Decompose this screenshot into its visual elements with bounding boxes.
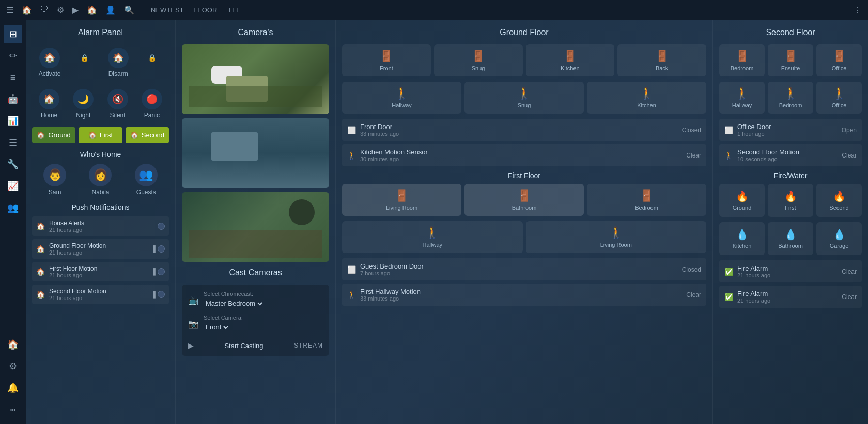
guest-door-time: 7 hours ago [360,270,678,276]
second-motion-office[interactable]: 🚶 Office [816,82,862,114]
avatar-guests[interactable]: 👥 Guests [135,164,158,196]
sidebar-item-users[interactable]: 👥 [4,198,22,217]
first-motion-hallway[interactable]: 🚶 Hallway [342,221,523,253]
cast-stream-button[interactable]: STREAM [294,342,323,349]
second-floor-motion-status-text: Second Floor Motion 10 seconds ago [737,148,838,162]
water-kitchen[interactable]: 💧 Kitchen [719,222,765,255]
kitchen-motion-status-text: Kitchen Motion Sensor 30 minutes ago [360,148,682,162]
cast-start-label[interactable]: Start Casting [224,342,263,350]
second-motion-hallway[interactable]: 🚶 Hallway [719,82,765,114]
topbar: ☰ 🏠 🛡 ⚙ ▶ 🏠 👤 🔍 NEWTEST FLOOR TTT ⋮ [0,0,868,20]
notif-house-toggle[interactable] [158,223,165,230]
camera-feed-1[interactable] [182,44,329,114]
nav-floor[interactable]: FLOOR [190,6,222,14]
camera-feed-2[interactable] [182,118,329,188]
avatars-row: 👨 Sam 👩 Nabila 👥 Guests [32,164,169,196]
notif-first-icon: 🏠 [36,268,45,276]
zone-ground-button[interactable]: 🏠 Ground [32,127,75,143]
sidebar-item-menu[interactable]: ☰ [4,133,22,152]
ground-motion-kitchen[interactable]: 🚶 Kitchen [587,82,706,114]
second-door-office[interactable]: 🚪 Office [816,44,862,76]
notif-ground-icon: 🏠 [36,245,45,253]
office-door-status-text: Office Door 1 hour ago [737,123,838,137]
ground-door-back[interactable]: 🚪 Back [617,44,706,76]
fire-second[interactable]: 🔥 Second [816,184,862,217]
notif-ground-toggle[interactable] [158,245,165,253]
fire-grid: 🔥 Ground 🔥 First 🔥 Second [719,184,862,217]
sidebar-item-tools[interactable]: 🔧 [4,155,22,174]
ground-door-snug[interactable]: 🚪 Snug [434,44,523,76]
notif-second-toggle[interactable] [158,291,165,298]
avatar-nabila-icon: 👩 [89,164,112,186]
mode-home-button[interactable]: 🏠 Home [34,86,65,122]
fire-ground[interactable]: 🔥 Ground [719,184,765,217]
activate-button[interactable]: 🏠 Activate [34,44,66,81]
fire-alarm-2-value: Clear [842,293,857,301]
first-door-bathroom[interactable]: 🚪 Bathroom [464,184,584,216]
search2-icon[interactable]: 🔍 [124,5,134,15]
second-motion-bedroom[interactable]: 🚶 Bedroom [768,82,813,114]
sidebar-item-bell[interactable]: 🔔 [4,379,22,397]
ground-motion-snug[interactable]: 🚶 Snug [464,82,584,114]
front-door-name: Front Door [360,123,678,131]
front-door-status-icon: ⬜ [347,126,356,134]
mode-silent-button[interactable]: 🔇 Silent [102,86,133,122]
mode-silent-icon: 🔇 [107,89,128,109]
camera-feed-3[interactable] [182,192,329,262]
avatar-nabila[interactable]: 👩 Nabila [89,164,112,196]
nav-ttt[interactable]: TTT [223,6,244,14]
mode-panic-label: Panic [144,112,160,119]
sidebar-item-robot[interactable]: 🤖 [4,90,22,108]
first-door-living-icon: 🚪 [395,189,409,202]
notif-first-toggle[interactable] [158,268,165,275]
mode-night-button[interactable]: 🌙 Night [68,86,99,122]
disarm-button[interactable]: 🏠 Disarm [103,44,134,81]
home-icon[interactable]: 🏠 [22,5,32,15]
notif-house-name: House Alerts [49,219,153,227]
zone-second-button[interactable]: 🏠 Second [126,127,169,143]
first-door-bedroom-label: Bedroom [635,205,658,211]
menu-icon[interactable]: ☰ [6,5,13,15]
zone-first-button[interactable]: 🏠 First [79,127,122,143]
sidebar-item-grid[interactable]: ⊞ [4,25,22,43]
cast-play-icon: ▶ [188,341,194,350]
avatar-sam[interactable]: 👨 Sam [43,164,66,196]
water-garage[interactable]: 💧 Garage [816,222,862,255]
second-door-bedroom[interactable]: 🚪 Bedroom [719,44,765,76]
sidebar-item-edit[interactable]: ✏ [4,46,22,65]
second-door-ensuite[interactable]: 🚪 Ensuite [768,44,813,76]
house2-icon[interactable]: 🏠 [87,5,97,15]
water-kitchen-label: Kitchen [733,243,752,249]
mode-panic-button[interactable]: 🔴 Panic [136,86,167,122]
shield-icon[interactable]: 🛡 [40,5,49,14]
ground-door-front[interactable]: 🚪 Front [342,44,431,76]
ground-motion-hallway[interactable]: 🚶 Hallway [342,82,461,114]
camera-select[interactable]: Front [204,322,230,333]
zone-ground-icon: 🏠 [37,131,45,139]
sidebar-item-chart[interactable]: 📊 [4,112,22,130]
ground-door-kitchen[interactable]: 🚪 Kitchen [526,44,615,76]
settings-icon[interactable]: ⚙ [57,5,64,15]
water-bathroom[interactable]: 💧 Bathroom [768,222,813,255]
first-door-bathroom-label: Bathroom [512,205,537,211]
chromecast-select[interactable]: Master Bedroom [204,298,264,309]
sidebar-item-dots[interactable]: ••• [4,400,22,419]
zone-ground-label: Ground [48,131,70,139]
nav-newtest[interactable]: NEWTEST [147,6,188,14]
sidebar-item-home[interactable]: 🏠 [4,335,22,354]
fire-first[interactable]: 🔥 First [768,184,813,217]
fire-second-label: Second [829,205,848,211]
first-motion-living[interactable]: 🚶 Living Room [526,221,707,253]
topbar-more-icon[interactable]: ⋮ [854,5,862,15]
person-icon[interactable]: 👤 [105,5,116,15]
first-door-bedroom[interactable]: 🚪 Bedroom [587,184,706,216]
first-door-living[interactable]: 🚪 Living Room [342,184,461,216]
sidebar-item-settings[interactable]: ⚙ [4,357,22,375]
second-floor-panel: Second Floor 🚪 Bedroom 🚪 Ensuite 🚪 Offic… [713,20,868,424]
avatar-guests-icon: 👥 [135,164,158,186]
play-icon[interactable]: ▶ [72,5,79,15]
ground-floor-title: Ground Floor [342,28,706,37]
second-motion-hallway-label: Hallway [732,102,752,108]
sidebar-item-analytics[interactable]: 📈 [4,177,22,195]
sidebar-item-list[interactable]: ≡ [4,68,22,87]
